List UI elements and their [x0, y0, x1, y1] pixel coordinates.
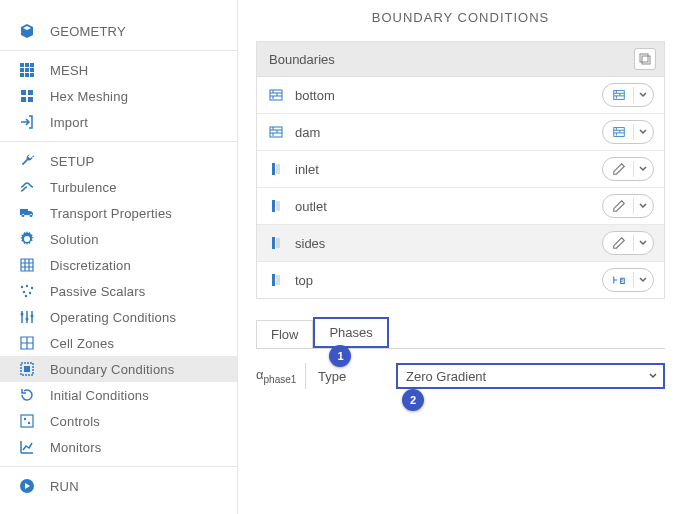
tab-phases[interactable]: Phases 1: [313, 317, 388, 348]
reset-icon: [18, 386, 36, 404]
svg-rect-14: [21, 415, 33, 427]
svg-rect-25: [272, 200, 275, 212]
truck-icon: [18, 204, 36, 222]
svg-point-12: [31, 315, 34, 318]
sidebar-item-label: Solution: [50, 232, 99, 247]
pencil-icon: [611, 161, 627, 177]
swirl-icon: [18, 178, 36, 196]
svg-rect-20: [270, 90, 282, 100]
tabs: Flow Phases 1: [256, 317, 665, 349]
sidebar-item-turbulence[interactable]: Turbulence: [0, 174, 237, 200]
sidebar-item-controls[interactable]: Controls: [0, 408, 237, 434]
svg-point-7: [23, 291, 25, 293]
sidebar-item-solution[interactable]: Solution: [0, 226, 237, 252]
boundary-row-dam[interactable]: dam: [257, 114, 664, 151]
boundaries-header: Boundaries: [257, 42, 664, 77]
svg-text:P: P: [620, 278, 624, 284]
wall-icon: [267, 123, 285, 141]
callout-2: 2: [402, 389, 424, 411]
svg-point-5: [26, 285, 28, 287]
svg-point-6: [31, 287, 33, 289]
copy-button[interactable]: [634, 48, 656, 70]
sidebar-item-transport-properties[interactable]: Transport Properties: [0, 200, 237, 226]
sidebar-item-label: Discretization: [50, 258, 131, 273]
sidebar-item-label: Operating Conditions: [50, 310, 176, 325]
scatter-icon: [18, 282, 36, 300]
sidebar-item-boundary-conditions[interactable]: Boundary Conditions: [0, 356, 237, 382]
sidebar-item-label: Initial Conditions: [50, 388, 149, 403]
wrench-icon: [18, 152, 36, 170]
sidebar-item-operating-conditions[interactable]: Operating Conditions: [0, 304, 237, 330]
sidebar-item-import[interactable]: Import: [0, 109, 237, 135]
boundary-row-outlet[interactable]: outlet: [257, 188, 664, 225]
boundary-type-selector[interactable]: [602, 194, 654, 218]
sidebar-item-initial-conditions[interactable]: Initial Conditions: [0, 382, 237, 408]
sidebar-item-label: Hex Meshing: [50, 89, 128, 104]
patch-icon: [267, 271, 285, 289]
zones-icon: [18, 334, 36, 352]
import-icon: [18, 113, 36, 131]
svg-point-4: [21, 286, 23, 288]
boundary-type-selector[interactable]: [602, 120, 654, 144]
boundary-icon: [18, 360, 36, 378]
svg-rect-26: [272, 237, 275, 249]
wall-icon: [267, 86, 285, 104]
sidebar-header-mesh[interactable]: MESH: [0, 57, 237, 83]
svg-rect-23: [614, 128, 625, 137]
play-icon: [18, 477, 36, 495]
sidebar-item-label: GEOMETRY: [50, 24, 126, 39]
sidebar-header-setup[interactable]: SETUP: [0, 148, 237, 174]
type-label: Type: [306, 369, 396, 384]
svg-point-10: [21, 313, 24, 316]
sidebar-item-passive-scalars[interactable]: Passive Scalars: [0, 278, 237, 304]
svg-rect-18: [642, 56, 650, 64]
sidebar-item-label: SETUP: [50, 154, 94, 169]
svg-rect-2: [21, 97, 26, 102]
boundary-name-label: dam: [295, 125, 602, 140]
svg-point-11: [26, 318, 29, 321]
boundary-type-selector[interactable]: P: [602, 268, 654, 292]
type-select[interactable]: Zero Gradient 2: [396, 363, 665, 389]
boundary-row-inlet[interactable]: inlet: [257, 151, 664, 188]
svg-rect-22: [270, 127, 282, 137]
boundary-name-label: outlet: [295, 199, 602, 214]
sidebar-item-monitors[interactable]: Monitors: [0, 434, 237, 460]
tab-flow[interactable]: Flow: [256, 320, 313, 348]
pencil-icon: [611, 198, 627, 214]
svg-rect-27: [272, 274, 275, 286]
grid-icon: [18, 61, 36, 79]
wall-icon: [611, 124, 627, 140]
svg-rect-13: [24, 366, 30, 372]
svg-point-16: [28, 422, 30, 424]
copy-icon: [639, 53, 651, 65]
sidebar-item-label: Transport Properties: [50, 206, 172, 221]
sidebar-item-label: Cell Zones: [50, 336, 114, 351]
type-select-value: Zero Gradient: [406, 369, 486, 384]
sidebar-header-geometry[interactable]: GEOMETRY: [0, 18, 237, 44]
boundary-row-sides[interactable]: sides: [257, 225, 664, 262]
boundary-type-selector[interactable]: [602, 157, 654, 181]
sidebar-item-label: RUN: [50, 479, 79, 494]
sidebar-item-hex-meshing[interactable]: Hex Meshing: [0, 83, 237, 109]
sidebar-item-discretization[interactable]: Discretization: [0, 252, 237, 278]
sidebar-header-run[interactable]: RUN: [0, 473, 237, 499]
svg-rect-24: [272, 163, 275, 175]
chevron-down-icon: [647, 371, 659, 381]
chevron-down-icon: [633, 124, 649, 140]
boundary-row-bottom[interactable]: bottom: [257, 77, 664, 114]
svg-point-15: [24, 418, 26, 420]
boundary-type-selector[interactable]: [602, 83, 654, 107]
svg-rect-3: [28, 97, 33, 102]
controls-icon: [18, 412, 36, 430]
chevron-down-icon: [633, 161, 649, 177]
sidebar-item-label: Turbulence: [50, 180, 117, 195]
boundaries-header-label: Boundaries: [269, 52, 634, 67]
patch-icon: [267, 234, 285, 252]
boundary-name-label: inlet: [295, 162, 602, 177]
page-title: BOUNDARY CONDITIONS: [256, 10, 665, 25]
boundary-name-label: sides: [295, 236, 602, 251]
sidebar-item-label: MESH: [50, 63, 88, 78]
boundary-row-top[interactable]: top P: [257, 262, 664, 298]
sidebar-item-cell-zones[interactable]: Cell Zones: [0, 330, 237, 356]
boundary-type-selector[interactable]: [602, 231, 654, 255]
